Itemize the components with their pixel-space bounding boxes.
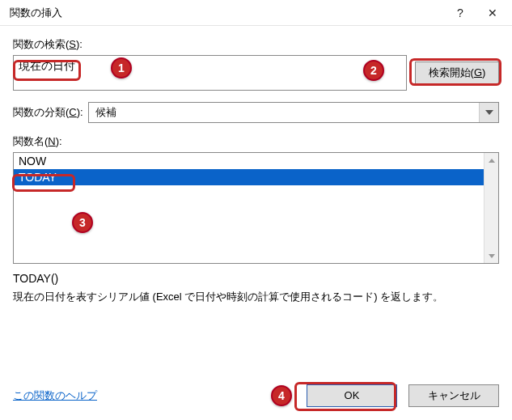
search-input-text: 現在の日付 [19, 59, 75, 74]
annotation-callout-4: 4 [271, 385, 292, 406]
ok-button[interactable]: OK [307, 384, 397, 407]
search-label: 関数の検索(S): [13, 37, 499, 52]
scroll-down-icon[interactable] [484, 248, 498, 263]
help-link[interactable]: この関数のヘルプ [13, 388, 97, 403]
function-listbox[interactable]: NOWTODAY [13, 152, 499, 264]
cancel-button[interactable]: キャンセル [408, 384, 499, 407]
annotation-callout-1: 1 [111, 57, 132, 78]
list-item[interactable]: NOW [14, 153, 498, 169]
annotation-callout-2: 2 [363, 60, 384, 81]
function-list-label: 関数名(N): [13, 134, 499, 149]
search-input[interactable]: 現在の日付 [13, 55, 407, 91]
category-select[interactable]: 候補 [88, 102, 499, 123]
search-go-button[interactable]: 検索開始(G) [415, 62, 499, 84]
titlebar: 関数の挿入 ? ✕ [0, 0, 512, 26]
list-item[interactable]: TODAY [14, 169, 498, 185]
function-syntax: TODAY() [13, 272, 499, 285]
category-label: 関数の分類(C): [13, 105, 83, 120]
scrollbar[interactable] [484, 153, 498, 263]
dialog-title: 関数の挿入 [10, 6, 444, 20]
annotation-callout-3: 3 [72, 212, 93, 233]
scroll-up-icon[interactable] [484, 153, 498, 168]
close-icon[interactable]: ✕ [476, 2, 509, 24]
category-value: 候補 [89, 105, 479, 120]
help-icon[interactable]: ? [444, 2, 476, 24]
dialog-footer: この関数のヘルプ OK キャンセル [0, 375, 512, 420]
function-description: 現在の日付を表すシリアル値 (Excel で日付や時刻の計算で使用されるコード)… [13, 290, 499, 304]
chevron-down-icon[interactable] [479, 103, 498, 122]
